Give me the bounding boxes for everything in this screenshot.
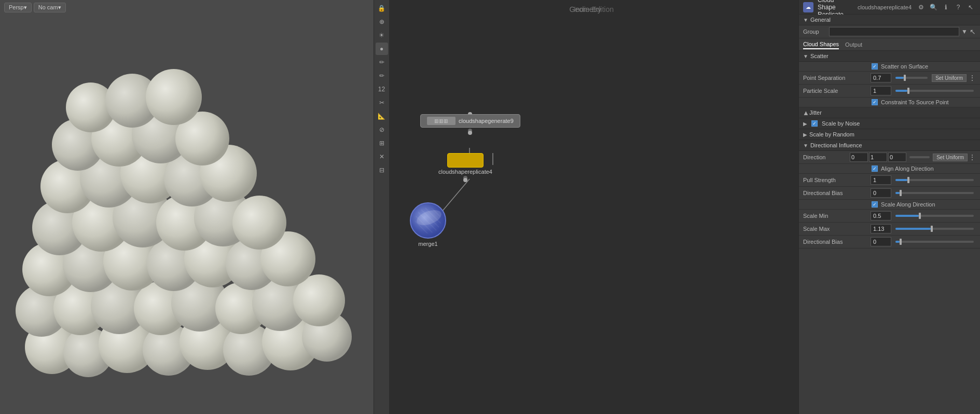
scale-noise-arrow: ▶	[803, 121, 807, 127]
direction-label: Direction	[803, 154, 850, 160]
scatter-label: Scatter	[810, 53, 829, 59]
camera-button[interactable]: No cam▾	[34, 3, 66, 12]
panel-header: ☁ Cloud Shape Replicate cloudshapereplic…	[799, 0, 980, 15]
sun-icon[interactable]: ☀	[376, 29, 388, 42]
scale-min-slider[interactable]	[895, 215, 974, 217]
general-section-header[interactable]: ▼ General	[799, 15, 980, 25]
scale-min-label: Scale Min	[803, 213, 871, 219]
replicate-bottom-connector[interactable]	[463, 178, 467, 182]
align-direction-label: Align Along Direction	[881, 165, 934, 172]
pull-strength-slider[interactable]	[895, 179, 974, 181]
pencil2-icon[interactable]: ✏	[376, 70, 388, 82]
scale-max-slider[interactable]	[895, 228, 974, 230]
group-input[interactable]	[829, 27, 959, 36]
point-separation-row: Point Separation Set Uniform ⋮	[799, 72, 980, 85]
scale-random-label: Scale by Random	[809, 131, 854, 137]
dir-bias2-slider[interactable]	[895, 241, 974, 243]
directional-label: Directional Influence	[810, 142, 862, 148]
group-cursor[interactable]: ↖	[970, 27, 976, 36]
pull-strength-input[interactable]	[871, 175, 891, 185]
map-icon[interactable]: ⊞	[376, 137, 388, 149]
merge-circle[interactable]	[410, 202, 446, 239]
right-toolbar: 🔒 ⊕ ☀ ● ✏ ✏ 12 ✂ 📐 ⊘ ⊞ ✕ ⊟	[374, 0, 389, 414]
dir-bias-row: Directional Bias	[799, 187, 980, 200]
perspective-button[interactable]: Persp▾	[4, 3, 32, 12]
point-sep-expand[interactable]: ⋮	[969, 74, 976, 82]
point-separation-slider[interactable]	[895, 77, 928, 79]
direction-expand[interactable]: ⋮	[969, 153, 976, 161]
tab-output[interactable]: Output	[845, 40, 862, 49]
dir-bias2-input[interactable]	[871, 237, 891, 246]
map2-icon[interactable]: ⊟	[376, 164, 388, 176]
point-separation-input[interactable]	[871, 73, 891, 82]
node-canvas: ▥▥▥ cloudshapegenerate9 cloudshapereplic…	[389, 0, 798, 414]
directional-arrow: ▼	[803, 143, 808, 148]
merge-node[interactable]: merge1	[410, 202, 446, 247]
generate-node[interactable]: ▥▥▥ cloudshapegenerate9	[420, 114, 520, 133]
sphere-icon[interactable]: ●	[376, 43, 388, 55]
search-icon[interactable]: 🔍	[928, 2, 938, 12]
direction-slider[interactable]	[909, 156, 930, 158]
generate-node-box[interactable]: ▥▥▥ cloudshapegenerate9	[420, 114, 520, 128]
scale-min-input[interactable]	[871, 211, 891, 220]
dir-bias-input[interactable]	[871, 188, 891, 198]
direction-y-input[interactable]	[869, 153, 887, 162]
panel-node-name: cloudshapereplicate4	[858, 4, 912, 10]
scatter-arrow: ▼	[803, 53, 808, 59]
viewport[interactable]: Persp▾ No cam▾	[0, 0, 389, 414]
scale-max-input[interactable]	[871, 224, 891, 233]
connections-svg	[389, 0, 798, 414]
right-panel: ☁ Cloud Shape Replicate cloudshapereplic…	[798, 0, 980, 414]
particle-scale-slider[interactable]	[895, 90, 974, 92]
replicate-node-box[interactable]	[447, 153, 484, 168]
scale-noise-section-header[interactable]: ▶ ✓ Scale by Noise	[799, 118, 980, 129]
tab-cloud-shapes[interactable]: Cloud Shapes	[803, 40, 839, 49]
cross-icon[interactable]: ✕	[376, 150, 388, 163]
replicate-node[interactable]: cloudshapereplicate4	[438, 153, 492, 180]
particle-scale-value	[871, 86, 976, 95]
cloud-render	[0, 0, 374, 414]
point-separation-value: Set Uniform ⋮	[871, 73, 976, 82]
direction-z-input[interactable]	[888, 153, 906, 162]
pencil-icon[interactable]: ✏	[376, 56, 388, 68]
group-row: Group ▼ ↖	[799, 25, 980, 38]
expand-icon[interactable]: ⊕	[376, 16, 388, 28]
info-icon[interactable]: ℹ	[941, 2, 951, 12]
number-icon[interactable]: 12	[376, 83, 388, 95]
constraint-row: ✓ Constraint To Source Point	[799, 98, 980, 107]
constraint-checkbox[interactable]: ✓	[872, 99, 878, 105]
scale-noise-label: Scale by Noise	[822, 120, 860, 127]
help-icon[interactable]: ?	[953, 2, 963, 12]
scatter-surface-checkbox[interactable]: ✓	[872, 63, 878, 70]
generate-label: cloudshapegenerate9	[459, 118, 514, 124]
scale-random-arrow: ▶	[803, 132, 807, 137]
scale-min-value	[871, 211, 976, 220]
scale-direction-label: Scale Along Direction	[881, 201, 935, 208]
direction-x-input[interactable]	[850, 153, 868, 162]
point-sep-uniform-btn[interactable]: Set Uniform	[932, 74, 967, 82]
align-direction-checkbox[interactable]: ✓	[872, 165, 878, 172]
scale-direction-checkbox[interactable]: ✓	[872, 201, 878, 208]
scale-random-section-header[interactable]: ▶ Scale by Random	[799, 129, 980, 140]
viewport-header: Persp▾ No cam▾	[0, 3, 389, 12]
panel-header-icon: ☁	[803, 2, 813, 12]
jitter-section-header[interactable]: ▶ Jitter	[799, 107, 980, 118]
direction-uniform-btn[interactable]: Set Uniform	[933, 154, 968, 161]
scissors-icon[interactable]: ✂	[376, 96, 388, 109]
settings-icon[interactable]: ⚙	[916, 2, 926, 12]
particle-scale-input[interactable]	[871, 86, 891, 95]
directional-section-header[interactable]: ▼ Directional Influence	[799, 140, 980, 151]
measure-icon[interactable]: 📐	[376, 110, 388, 122]
generate-bottom-connector[interactable]	[468, 131, 472, 135]
panel-icons: ⚙ 🔍 ℹ ? ↖	[916, 2, 976, 12]
ruler-icon[interactable]: ⊘	[376, 123, 388, 136]
group-label: Group	[803, 29, 829, 35]
node-editor[interactable]: Indie Edition Geometry ▥▥▥ cloudshapegen…	[389, 0, 798, 414]
scatter-section-header[interactable]: ▼ Scatter	[799, 51, 980, 62]
dir-bias-slider[interactable]	[895, 192, 974, 194]
scale-noise-checkbox[interactable]: ✓	[811, 120, 818, 127]
cursor-icon[interactable]: ↖	[965, 2, 976, 12]
group-dropdown-arrow[interactable]: ▼	[961, 28, 968, 35]
particle-scale-row: Particle Scale	[799, 85, 980, 98]
dir-bias2-value	[871, 237, 976, 246]
